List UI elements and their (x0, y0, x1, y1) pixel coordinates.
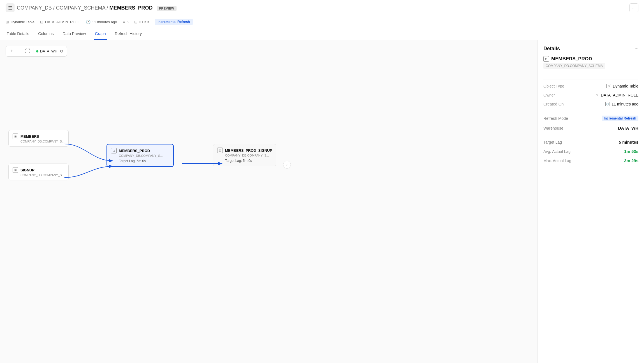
target-lag-label: Target Lag (543, 140, 562, 144)
warehouse-indicator: DATA_WH (36, 49, 57, 53)
avg-lag-value: 1m 53s (624, 149, 638, 154)
detail-row-avg-lag: Avg. Actual Lag 1m 53s (543, 149, 638, 154)
breadcrumb: COMPANY_DB / COMPANY_SCHEMA / MEMBERS_PR… (17, 5, 627, 11)
detail-row-max-lag: Max. Actual Lag 3m 29s (543, 158, 638, 163)
meta-size-label: 3.0KB (139, 20, 149, 24)
details-more-button[interactable]: ··· (635, 46, 638, 51)
node-signup[interactable]: ⊞ SIGNUP COMPANY_DB.COMPANY_S... (8, 164, 69, 180)
graph-area: + − ⛶ DATA_WH ↻ (0, 40, 538, 363)
meta-time-label: 11 minutes ago (92, 20, 117, 24)
details-title: Details (543, 46, 560, 52)
detail-row-target-lag: Target Lag 5 minutes (543, 140, 638, 144)
breadcrumb-sep1: / (53, 5, 56, 11)
meta-role: ⊡ DATA_ADMIN_ROLE (40, 20, 80, 24)
object-type-label: Object Type (543, 84, 564, 88)
node-members-name: MEMBERS (20, 134, 39, 139)
breadcrumb-table: MEMBERS_PROD (109, 5, 152, 11)
target-lag-value: 5 minutes (619, 140, 638, 144)
rows-icon: ≡ (122, 20, 125, 24)
node-members-prod-signup-icon: ⊡ (217, 148, 223, 153)
tab-bar: Table Details Columns Data Preview Graph… (0, 28, 644, 40)
divider-1 (543, 79, 638, 79)
graph-toolbar: + − ⛶ DATA_WH ↻ (6, 46, 67, 57)
owner-value: ⊡ DATA_ADMIN_ROLE (595, 93, 638, 97)
breadcrumb-sep2: / (106, 5, 109, 11)
node-members-prod-signup[interactable]: ⊡ MEMBERS_PROD_SIGNUP COMPANY_DB.COMPANY… (213, 144, 276, 166)
max-lag-value: 3m 29s (624, 158, 638, 163)
role-icon: ⊡ (40, 20, 43, 24)
meta-rows: ≡ 5 (122, 20, 128, 24)
node-signup-schema: COMPANY_DB.COMPANY_S... (20, 173, 64, 177)
header: ☰ COMPANY_DB / COMPANY_SCHEMA / MEMBERS_… (0, 0, 644, 16)
detail-row-object-type: Object Type ⊡ Dynamic Table (543, 84, 638, 88)
tab-refresh-history[interactable]: Refresh History (114, 28, 143, 40)
divider-3 (543, 135, 638, 135)
avg-lag-label: Avg. Actual Lag (543, 149, 571, 154)
owner-icon: ⊡ (595, 93, 599, 97)
size-icon: ⊞ (134, 20, 138, 24)
meta-time: 🕐 11 minutes ago (86, 20, 117, 24)
meta-size: ⊞ 3.0KB (134, 20, 149, 24)
detail-object-name: MEMBERS_PROD (551, 56, 592, 62)
node-members-prod-signup-schema: COMPANY_DB.COMPANY_S... (225, 154, 272, 157)
node-members[interactable]: ⊞ MEMBERS COMPANY_DB.COMPANY_S... (8, 130, 69, 147)
zoom-in-button[interactable]: + (9, 48, 15, 55)
owner-label: Owner (543, 93, 555, 97)
refresh-button[interactable]: ↻ (60, 49, 63, 54)
detail-row-created-on: Created On 🕐 11 minutes ago (543, 102, 638, 106)
created-on-value: 🕐 11 minutes ago (605, 102, 638, 106)
node-members-prod-lag: Target Lag: 5m 0s (119, 159, 169, 163)
breadcrumb-db: COMPANY_DB (17, 5, 52, 11)
details-header: Details ··· (543, 46, 638, 52)
node-members-schema: COMPANY_DB.COMPANY_S... (20, 140, 64, 143)
refresh-mode-value: Incremental Refresh (602, 116, 638, 121)
warehouse-label: DATA_WH (40, 49, 57, 53)
preview-badge: PREVIEW (157, 6, 177, 11)
meta-bar: ⊞ Dynamic Table ⊡ DATA_ADMIN_ROLE 🕐 11 m… (0, 16, 644, 28)
node-members-prod-signup-name: MEMBERS_PROD_SIGNUP (225, 148, 272, 153)
incremental-refresh-badge: Incremental Refresh (155, 19, 193, 25)
max-lag-label: Max. Actual Lag (543, 158, 571, 163)
created-on-label: Created On (543, 102, 564, 106)
graph-connectors (0, 40, 538, 363)
detail-row-warehouse: Warehouse DATA_WH (543, 126, 638, 130)
tab-columns[interactable]: Columns (37, 28, 55, 40)
zoom-out-button[interactable]: − (17, 48, 22, 55)
meta-rows-label: 5 (127, 20, 129, 24)
details-sidebar: Details ··· ⊡ MEMBERS_PROD COMPANY_DB.CO… (538, 40, 644, 363)
detail-object-icon: ⊡ (543, 56, 549, 62)
detail-row-owner: Owner ⊡ DATA_ADMIN_ROLE (543, 93, 638, 97)
table-icon: ⊞ (6, 20, 9, 24)
db-icon: ☰ (6, 3, 15, 12)
warehouse-detail-label: Warehouse (543, 126, 563, 130)
expand-button[interactable]: › (283, 161, 291, 169)
detail-row-refresh-mode: Refresh Mode Incremental Refresh (543, 116, 638, 121)
tab-graph[interactable]: Graph (94, 28, 107, 40)
clock-icon: 🕐 (86, 20, 91, 24)
main-content: + − ⛶ DATA_WH ↻ (0, 40, 644, 363)
toolbar-divider (34, 49, 34, 54)
refresh-mode-label: Refresh Mode (543, 116, 568, 121)
tab-table-details[interactable]: Table Details (6, 28, 30, 40)
node-signup-icon: ⊞ (13, 167, 18, 173)
node-members-prod[interactable]: ⊡ MEMBERS_PROD COMPANY_DB.COMPANY_S... T… (106, 144, 174, 167)
node-members-prod-signup-lag: Target Lag: 5m 0s (225, 159, 272, 163)
node-members-prod-name: MEMBERS_PROD (119, 149, 150, 153)
node-members-prod-icon: ⊡ (111, 148, 117, 153)
warehouse-detail-value: DATA_WH (618, 126, 638, 130)
object-type-value: ⊡ Dynamic Table (606, 84, 638, 88)
status-dot (36, 50, 38, 52)
detail-object-schema: COMPANY_DB.COMPANY_SCHEMA (543, 63, 605, 69)
divider-2 (543, 111, 638, 111)
fit-button[interactable]: ⛶ (24, 48, 31, 55)
detail-object-header: ⊡ MEMBERS_PROD (543, 56, 638, 62)
clock-small-icon: 🕐 (605, 102, 610, 106)
object-type-icon: ⊡ (606, 84, 611, 88)
node-signup-name: SIGNUP (20, 168, 34, 172)
more-button[interactable]: ··· (629, 3, 638, 12)
meta-type: ⊞ Dynamic Table (6, 20, 34, 24)
tab-data-preview[interactable]: Data Preview (61, 28, 87, 40)
meta-type-label: Dynamic Table (11, 20, 34, 24)
node-members-prod-schema: COMPANY_DB.COMPANY_S... (119, 154, 169, 157)
meta-role-label: DATA_ADMIN_ROLE (45, 20, 80, 24)
